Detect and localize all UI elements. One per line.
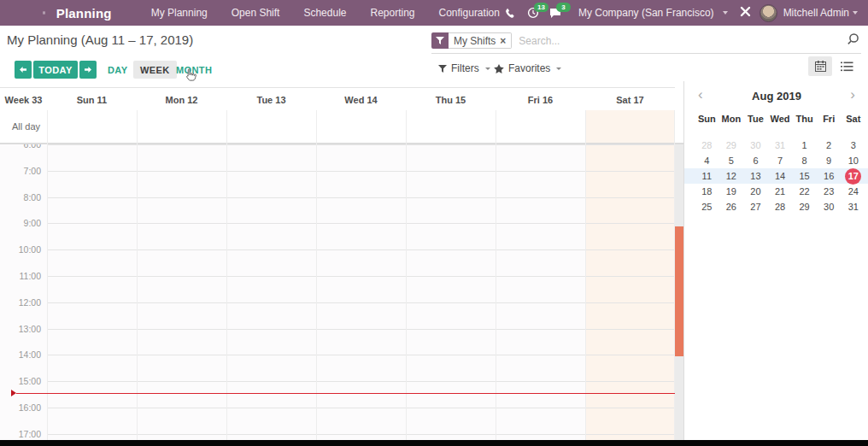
hour-gridline — [47, 249, 675, 250]
minical-day-2[interactable]: 2 — [817, 138, 842, 153]
chevron-down-icon — [485, 67, 490, 70]
message-count-badge: 3 — [556, 3, 571, 12]
minical-week-cells: 18192021222324 — [695, 184, 865, 199]
tools-icon[interactable] — [740, 5, 751, 21]
filters-dropdown[interactable]: Filters — [438, 61, 490, 76]
star-icon — [494, 64, 504, 73]
page-title: My Planning (Aug 11 – 17, 2019) — [7, 32, 193, 47]
search-icon[interactable] — [847, 32, 859, 49]
minical-day-7[interactable]: 7 — [768, 153, 793, 168]
apps-grid-icon[interactable] — [43, 6, 45, 20]
minical-day-6[interactable]: 6 — [743, 153, 768, 168]
scrollbar-thumb[interactable] — [675, 226, 683, 356]
company-switcher[interactable]: My Company (San Francisco) — [578, 7, 714, 19]
today-button[interactable]: TODAY — [33, 61, 78, 79]
navbar-menu: My PlanningOpen ShiftScheduleReportingCo… — [151, 7, 500, 19]
hour-gridline — [47, 381, 675, 382]
current-time-arrow-icon — [11, 390, 16, 396]
minical-day-21[interactable]: 21 — [768, 184, 793, 199]
minical-week-cells: 45678910 — [695, 153, 865, 168]
current-time-line — [16, 393, 675, 394]
minical-day-30[interactable]: 30 — [743, 138, 768, 153]
list-view-button[interactable] — [838, 59, 855, 73]
minical-day-19[interactable]: 19 — [719, 184, 744, 199]
favorites-dropdown[interactable]: Favorites — [494, 61, 561, 76]
hour-label: 7:00 — [0, 166, 41, 176]
top-navbar: Planning My PlanningOpen ShiftScheduleRe… — [0, 0, 868, 26]
search-bar[interactable]: My Shifts × Search... — [431, 28, 861, 54]
minical-day-26[interactable]: 26 — [719, 199, 744, 214]
minical-day-9[interactable]: 9 — [817, 153, 842, 168]
minical-day-24[interactable]: 24 — [841, 184, 865, 199]
nav-item-my-planning[interactable]: My Planning — [151, 7, 208, 19]
user-avatar[interactable] — [760, 4, 777, 22]
minical-day-11[interactable]: 11 — [695, 168, 719, 184]
hour-gridline — [47, 302, 675, 303]
minical-day-23[interactable]: 23 — [817, 184, 842, 199]
minical-day-4[interactable]: 4 — [695, 153, 719, 168]
minical-day-10[interactable]: 10 — [841, 153, 865, 168]
minical-day-16[interactable]: 16 — [817, 168, 842, 184]
minical-day-28[interactable]: 28 — [695, 138, 719, 153]
minical-dow-row: SunMonTueWedThuFriSat — [695, 114, 865, 127]
day-header-wed-14[interactable]: Wed 14 — [316, 88, 406, 111]
day-header-thu-15[interactable]: Thu 15 — [406, 88, 496, 111]
minical-dow-sat: Sat — [841, 114, 865, 127]
week-number-label: Week 33 — [0, 88, 47, 111]
minical-day-29[interactable]: 29 — [792, 199, 817, 214]
search-input[interactable]: Search... — [519, 35, 560, 47]
minical-day-1[interactable]: 1 — [792, 138, 817, 153]
day-header-tue-13[interactable]: Tue 13 — [226, 88, 316, 111]
minical-day-12[interactable]: 12 — [719, 168, 744, 184]
next-period-button[interactable] — [79, 61, 97, 79]
scale-month-button[interactable]: MONTH — [169, 61, 219, 79]
all-day-row[interactable]: All day — [0, 110, 675, 143]
nav-item-reporting[interactable]: Reporting — [370, 7, 414, 19]
nav-item-open-shift[interactable]: Open Shift — [232, 7, 280, 19]
minical-day-13[interactable]: 13 — [743, 168, 768, 184]
nav-item-schedule[interactable]: Schedule — [303, 7, 346, 19]
minical-day-22[interactable]: 22 — [792, 184, 817, 199]
minical-day-30[interactable]: 30 — [817, 199, 842, 214]
minical-day-3[interactable]: 3 — [841, 138, 865, 153]
nav-item-configuration[interactable]: Configuration — [439, 7, 500, 19]
hour-gridline — [47, 276, 675, 277]
minical-day-25[interactable]: 25 — [695, 199, 719, 214]
chevron-down-icon — [853, 11, 858, 15]
time-grid[interactable]: 6:007:008:009:0010:0011:0012:0013:0014:0… — [0, 144, 675, 440]
minical-day-31[interactable]: 31 — [768, 138, 793, 153]
day-header-sat-17[interactable]: Sat 17 — [585, 88, 675, 111]
minical-title: Aug 2019 — [684, 90, 868, 103]
scale-day-button[interactable]: DAY — [101, 61, 134, 79]
user-menu[interactable]: Mitchell Admin — [783, 7, 849, 19]
calendar-view-button[interactable] — [808, 56, 832, 76]
hour-gridline — [47, 434, 675, 435]
minical-day-28[interactable]: 28 — [768, 199, 793, 214]
minical-day-14[interactable]: 14 — [768, 168, 793, 184]
activities-icon[interactable]: 13 — [522, 2, 544, 24]
prev-period-button[interactable] — [15, 61, 32, 79]
minical-day-18[interactable]: 18 — [695, 184, 719, 199]
hour-label: 14:00 — [0, 349, 41, 360]
day-header-fri-16[interactable]: Fri 16 — [496, 88, 585, 111]
phone-icon[interactable] — [500, 2, 522, 24]
minical-day-17[interactable]: 17 — [841, 168, 865, 184]
facet-remove-icon[interactable]: × — [500, 35, 506, 47]
planning-app-window: Planning My PlanningOpen ShiftScheduleRe… — [0, 0, 868, 446]
hour-gridline — [47, 144, 675, 145]
hour-gridline — [47, 223, 675, 224]
minical-day-5[interactable]: 5 — [719, 153, 744, 168]
minical-day-8[interactable]: 8 — [792, 153, 817, 168]
minical-day-29[interactable]: 29 — [719, 138, 744, 153]
minical-day-15[interactable]: 15 — [792, 168, 817, 184]
day-header-mon-12[interactable]: Mon 12 — [137, 88, 226, 111]
messages-icon[interactable]: 3 — [544, 2, 566, 24]
favorites-label: Favorites — [508, 62, 550, 74]
day-header-sun-11[interactable]: Sun 11 — [47, 88, 137, 111]
hour-label: 13:00 — [0, 324, 41, 334]
minical-day-27[interactable]: 27 — [743, 199, 768, 214]
minical-day-31[interactable]: 31 — [841, 199, 865, 214]
minical-next-button[interactable]: › — [850, 86, 855, 103]
minical-day-20[interactable]: 20 — [743, 184, 768, 199]
hour-gridline — [47, 408, 675, 408]
